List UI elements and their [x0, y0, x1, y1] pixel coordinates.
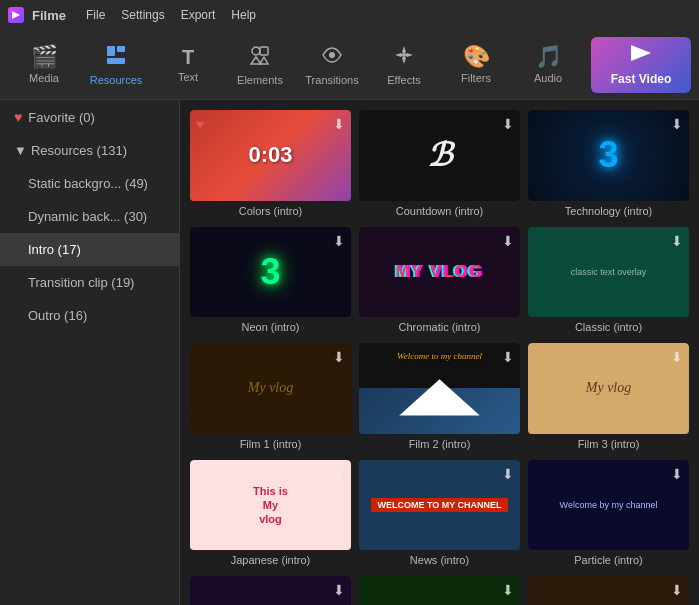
nav-filters[interactable]: 🎨 Filters: [440, 31, 512, 99]
sidebar-intro[interactable]: Intro (17): [0, 233, 179, 266]
sidebar-dynamic-bg[interactable]: Dynamic back... (30): [0, 200, 179, 233]
nav-effects-label: Effects: [387, 74, 420, 86]
nav-audio-label: Audio: [534, 72, 562, 84]
svg-rect-4: [107, 58, 125, 64]
item-label: Film 1 (intro): [190, 434, 351, 452]
download-icon[interactable]: ⬇: [333, 466, 345, 482]
sidebar-resources-label: Resources (131): [31, 143, 127, 158]
list-item[interactable]: classic text overlay ⬇ Classic (intro): [528, 227, 689, 336]
download-icon[interactable]: ⬇: [671, 349, 683, 365]
top-nav: 🎬 Media Resources T Text Elements: [0, 30, 699, 100]
sidebar-transition-clip-label: Transition clip (19): [28, 275, 134, 290]
fast-video-icon: [629, 43, 653, 68]
audio-icon: 🎵: [535, 46, 562, 68]
resources-icon: [105, 44, 127, 70]
content-area: 0:03 ♥ ⬇ Colors (intro) ℬ ⬇: [180, 100, 699, 605]
sidebar-transition-clip[interactable]: Transition clip (19): [0, 266, 179, 299]
expand-icon: ▼: [14, 143, 27, 158]
list-item[interactable]: This isMyvlog ⬇ Japanese (intro): [190, 460, 351, 569]
list-item[interactable]: WELCOME TO MY CHANNEL ⬇ News (intro): [359, 460, 520, 569]
sidebar-resources-header[interactable]: ▼ Resources (131): [0, 134, 179, 167]
filters-icon: 🎨: [463, 46, 490, 68]
download-icon[interactable]: ⬇: [333, 582, 345, 598]
heart-icon: ♥: [14, 109, 22, 125]
fast-video-button[interactable]: Fast Video: [591, 37, 691, 93]
svg-point-10: [402, 53, 406, 57]
menu-export[interactable]: Export: [181, 8, 216, 22]
item-label: Particle (intro): [528, 550, 689, 568]
list-item[interactable]: 0:03 ♥ ⬇ Colors (intro): [190, 110, 351, 219]
item-label: Film 2 (intro): [359, 434, 520, 452]
title-bar: Filme File Settings Export Help: [0, 0, 699, 30]
menu-bar: File Settings Export Help: [86, 8, 256, 22]
download-icon[interactable]: ⬇: [671, 466, 683, 482]
nav-transitions-label: Transitions: [305, 74, 358, 86]
nav-media-label: Media: [29, 72, 59, 84]
item-label: Japanese (intro): [190, 550, 351, 568]
app-name: Filme: [32, 8, 66, 23]
nav-effects[interactable]: Effects: [368, 31, 440, 99]
sidebar-static-bg[interactable]: Static backgro... (49): [0, 167, 179, 200]
list-item[interactable]: My VIDEO ⬇: [528, 576, 689, 605]
main-content: ♥ Favorite (0) ▼ Resources (131) Static …: [0, 100, 699, 605]
nav-audio[interactable]: 🎵 Audio: [512, 31, 584, 99]
svg-rect-2: [107, 46, 115, 56]
item-label: Colors (intro): [190, 201, 351, 219]
item-label: Countdown (intro): [359, 201, 520, 219]
nav-transitions[interactable]: Transitions: [296, 31, 368, 99]
sidebar-favorite[interactable]: ♥ Favorite (0): [0, 100, 179, 134]
svg-rect-3: [117, 46, 125, 52]
list-item[interactable]: Welcome by my channel ⬇ Particle (intro): [528, 460, 689, 569]
svg-marker-11: [631, 45, 651, 61]
nav-text[interactable]: T Text: [152, 31, 224, 99]
list-item[interactable]: My VIDEO ⬇: [359, 576, 520, 605]
menu-help[interactable]: Help: [231, 8, 256, 22]
nav-elements[interactable]: Elements: [224, 31, 296, 99]
menu-settings[interactable]: Settings: [121, 8, 164, 22]
download-icon[interactable]: ⬇: [671, 233, 683, 249]
list-item[interactable]: My vlog ⬇: [190, 576, 351, 605]
download-icon[interactable]: ⬇: [333, 349, 345, 365]
download-icon[interactable]: ⬇: [502, 582, 514, 598]
svg-marker-1: [12, 11, 20, 19]
sidebar-outro[interactable]: Outro (16): [0, 299, 179, 332]
effects-icon: [393, 44, 415, 70]
list-item[interactable]: My vlog ⬇ Film 3 (intro): [528, 343, 689, 452]
list-item[interactable]: ℬ ⬇ Countdown (intro): [359, 110, 520, 219]
nav-filters-label: Filters: [461, 72, 491, 84]
text-icon: T: [182, 47, 194, 67]
list-item[interactable]: My vlog ⬇ Film 1 (intro): [190, 343, 351, 452]
item-label: Film 3 (intro): [528, 434, 689, 452]
nav-resources-label: Resources: [90, 74, 143, 86]
download-icon[interactable]: ⬇: [502, 349, 514, 365]
item-label: Technology (intro): [528, 201, 689, 219]
media-icon: 🎬: [31, 46, 58, 68]
svg-marker-8: [260, 57, 268, 64]
svg-rect-6: [260, 47, 268, 55]
nav-resources[interactable]: Resources: [80, 31, 152, 99]
app-icon: [8, 7, 24, 23]
list-item[interactable]: Welcome to my channel ⬇ Film 2 (intro): [359, 343, 520, 452]
nav-elements-label: Elements: [237, 74, 283, 86]
elements-icon: [249, 44, 271, 70]
list-item[interactable]: MY VLOG ⬇ Chromatic (intro): [359, 227, 520, 336]
resources-grid: 0:03 ♥ ⬇ Colors (intro) ℬ ⬇: [190, 110, 689, 605]
colors-time: 0:03: [248, 142, 292, 168]
download-icon[interactable]: ⬇: [502, 466, 514, 482]
svg-marker-7: [251, 57, 261, 64]
svg-point-5: [252, 47, 260, 55]
item-label: Classic (intro): [528, 317, 689, 335]
download-icon[interactable]: ⬇: [671, 116, 683, 132]
item-label: News (intro): [359, 550, 520, 568]
download-icon[interactable]: ⬇: [671, 582, 683, 598]
menu-file[interactable]: File: [86, 8, 105, 22]
download-icon[interactable]: ⬇: [333, 233, 345, 249]
fast-video-label: Fast Video: [611, 72, 671, 86]
nav-text-label: Text: [178, 71, 198, 83]
download-icon[interactable]: ⬇: [333, 116, 345, 132]
download-icon[interactable]: ⬇: [502, 116, 514, 132]
list-item[interactable]: 3 ⬇ Neon (intro): [190, 227, 351, 336]
download-icon[interactable]: ⬇: [502, 233, 514, 249]
nav-media[interactable]: 🎬 Media: [8, 31, 80, 99]
list-item[interactable]: 3 ⬇ Technology (intro): [528, 110, 689, 219]
